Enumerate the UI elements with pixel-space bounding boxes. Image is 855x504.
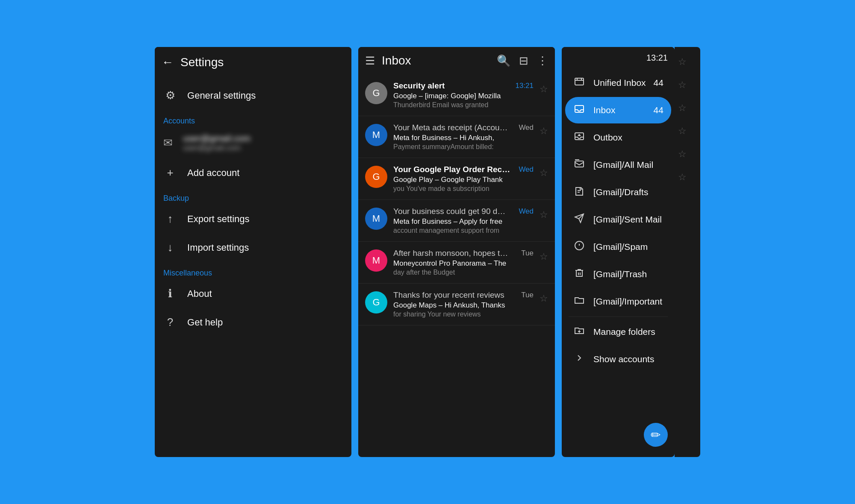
email-subject: Google – [image: Google] Mozilla: [393, 92, 534, 100]
star-1[interactable]: ☆: [676, 50, 699, 73]
general-settings-item[interactable]: ⚙ General settings: [155, 81, 351, 110]
folder-name: [Gmail]/All Mail: [593, 160, 663, 170]
email-item[interactable]: M Your business could get 90 d… Wed Meta…: [358, 200, 555, 242]
folder-item[interactable]: Inbox 44: [565, 97, 671, 123]
folder-item[interactable]: [Gmail]/Spam: [565, 234, 671, 260]
email-item[interactable]: G Security alert 13:21 Google – [image: …: [358, 74, 555, 116]
folder-count: 44: [654, 78, 663, 88]
folder-item[interactable]: Show accounts: [565, 346, 671, 372]
email-content: Your business could get 90 d… Wed Meta f…: [393, 207, 534, 234]
email-subject: Meta for Business – Hi Ankush,: [393, 134, 534, 142]
import-settings-item[interactable]: ↓ Import settings: [155, 233, 351, 262]
folder-item[interactable]: [Gmail]/Trash: [565, 261, 671, 287]
filter-icon[interactable]: ⊟: [519, 54, 528, 67]
email-content: After harsh monsoon, hopes t… Tue Moneyc…: [393, 249, 534, 276]
folders-panel: 13:21 Unified Inbox 44 Inbox 44 Outbox […: [562, 47, 675, 457]
backup-section-label: Backup: [155, 187, 351, 205]
general-settings-label: General settings: [187, 90, 256, 101]
folder-icon: [573, 104, 586, 117]
back-button[interactable]: ←: [162, 56, 174, 69]
folder-icon: [573, 186, 586, 199]
email-avatar: G: [365, 166, 387, 188]
star-5[interactable]: ☆: [676, 143, 699, 166]
folder-divider: [569, 316, 668, 317]
folder-item[interactable]: [Gmail]/Important: [565, 288, 671, 315]
email-preview: day after the Budget: [393, 269, 534, 276]
folder-name: [Gmail]/Drafts: [593, 187, 663, 197]
folder-item[interactable]: [Gmail]/Sent Mail: [565, 206, 671, 233]
folder-icon: [573, 240, 586, 253]
email-preview: account management support from: [393, 227, 534, 234]
folder-item[interactable]: [Gmail]/All Mail: [565, 152, 671, 178]
folder-icon: [573, 131, 586, 144]
star-3[interactable]: ☆: [676, 97, 699, 120]
add-icon: +: [163, 166, 177, 179]
email-preview: for sharing Your new reviews: [393, 311, 534, 318]
get-help-item[interactable]: ? Get help: [155, 308, 351, 337]
email-item[interactable]: G Thanks for your recent reviews Tue Goo…: [358, 284, 555, 325]
folder-name: Outbox: [593, 132, 663, 143]
miscellaneous-section-label: Miscellaneous: [155, 262, 351, 279]
folder-item[interactable]: Outbox: [565, 124, 671, 151]
star-icon[interactable]: ☆: [540, 251, 548, 262]
folder-icon: [573, 325, 586, 338]
email-item[interactable]: M After harsh monsoon, hopes t… Tue Mone…: [358, 242, 555, 284]
settings-header: ← Settings: [155, 47, 351, 78]
about-item[interactable]: ℹ About: [155, 279, 351, 308]
email-header-row: Your Google Play Order Rece… Wed: [393, 165, 534, 174]
star-icon[interactable]: ☆: [540, 126, 548, 137]
email-time: Tue: [521, 249, 534, 258]
email-sender: Security alert: [393, 81, 445, 91]
folder-icon: [573, 158, 586, 171]
hamburger-icon[interactable]: ☰: [365, 54, 375, 67]
email-subject: Google Play – Google Play Thank: [393, 176, 534, 184]
folder-header: 13:21: [562, 47, 675, 69]
folder-item[interactable]: [Gmail]/Drafts: [565, 179, 671, 205]
email-time: Tue: [521, 291, 534, 299]
email-sender: Your Google Play Order Rece…: [393, 165, 513, 174]
more-icon[interactable]: ⋮: [537, 54, 548, 67]
email-content: Thanks for your recent reviews Tue Googl…: [393, 290, 534, 318]
star-icon[interactable]: ☆: [540, 209, 548, 220]
folder-name: [Gmail]/Spam: [593, 242, 663, 252]
get-help-label: Get help: [187, 317, 223, 328]
star-icon[interactable]: ☆: [540, 84, 548, 95]
account-primary-email: user@gmail.com: [183, 133, 251, 144]
email-item[interactable]: G Your Google Play Order Rece… Wed Googl…: [358, 158, 555, 200]
folder-name: [Gmail]/Trash: [593, 269, 663, 279]
export-settings-item[interactable]: ↑ Export settings: [155, 205, 351, 233]
compose-fab[interactable]: ✏: [644, 423, 668, 447]
inbox-header: ☰ Inbox 🔍 ⊟ ⋮: [358, 47, 555, 74]
folder-item[interactable]: Manage folders: [565, 319, 671, 345]
inbox-title: Inbox: [382, 54, 490, 67]
inbox-panel: ☰ Inbox 🔍 ⊟ ⋮ G Security alert 13:21 Goo…: [358, 47, 555, 457]
email-preview: Payment summaryAmount billed:: [393, 143, 534, 151]
email-item[interactable]: M Your Meta ads receipt (Accou… Wed Meta…: [358, 116, 555, 158]
email-avatar: M: [365, 208, 387, 230]
account-texts: user@gmail.com user@gmail.com: [183, 133, 251, 152]
star-6[interactable]: ☆: [676, 166, 699, 189]
email-time: 13:21: [515, 82, 534, 90]
gear-icon: ⚙: [163, 89, 177, 102]
star-2[interactable]: ☆: [676, 73, 699, 97]
email-preview: Thunderbird Email was granted: [393, 101, 534, 109]
account-item[interactable]: ✉ user@gmail.com user@gmail.com: [155, 127, 351, 158]
folder-icon: [573, 213, 586, 226]
export-icon: ↑: [163, 212, 177, 226]
star-icon[interactable]: ☆: [540, 167, 548, 179]
folder-item[interactable]: Unified Inbox 44: [565, 70, 671, 96]
import-icon: ↓: [163, 241, 177, 254]
folder-name: Show accounts: [593, 354, 663, 364]
folder-name: [Gmail]/Important: [593, 296, 663, 307]
star-icon[interactable]: ☆: [540, 293, 548, 304]
star-4[interactable]: ☆: [676, 120, 699, 143]
time-display: 13:21: [646, 53, 668, 63]
info-icon: ℹ: [163, 287, 177, 300]
add-account-item[interactable]: + Add account: [155, 158, 351, 187]
folder-icon: [573, 76, 586, 89]
email-avatar: M: [365, 124, 387, 146]
email-content: Security alert 13:21 Google – [image: Go…: [393, 81, 534, 109]
search-icon[interactable]: 🔍: [497, 54, 510, 67]
about-label: About: [187, 288, 212, 299]
email-content: Your Meta ads receipt (Accou… Wed Meta f…: [393, 123, 534, 151]
